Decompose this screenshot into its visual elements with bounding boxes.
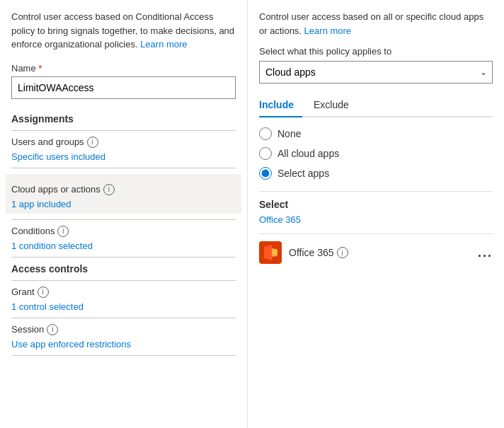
tab-exclude[interactable]: Exclude	[314, 95, 357, 117]
users-groups-subsection: Users and groups i Specific users includ…	[11, 137, 236, 162]
cloud-apps-dropdown[interactable]: Cloud apps User actions	[259, 61, 493, 83]
radio-select[interactable]	[259, 167, 272, 180]
name-field-section: Name *	[11, 63, 236, 110]
app-name-office365: Office 365 i	[289, 247, 471, 258]
dropdown-label: Select what this policy applies to	[259, 46, 493, 57]
cloud-apps-value-link[interactable]: 1 app included	[11, 199, 71, 209]
radio-group: None All cloud apps Select apps	[259, 127, 493, 180]
left-panel: Control user access based on Conditional…	[0, 0, 248, 428]
divider-access-controls	[11, 280, 236, 281]
name-input[interactable]	[11, 76, 236, 99]
tab-include[interactable]: Include	[259, 95, 302, 117]
left-intro-text: Control user access based on Conditional…	[11, 10, 236, 52]
access-controls-title: Access controls	[11, 263, 236, 274]
divider-conditions	[11, 257, 236, 258]
app-menu-button[interactable]: ...	[478, 245, 493, 260]
conditions-value-link[interactable]: 1 condition selected	[11, 241, 93, 251]
session-label: Session i	[11, 324, 236, 335]
radio-all[interactable]	[259, 147, 272, 160]
right-panel: Control user access based on all or spec…	[248, 0, 504, 428]
svg-rect-1	[272, 248, 277, 257]
app-row-office365: Office 365 i ...	[259, 233, 493, 271]
conditions-label: Conditions i	[11, 226, 236, 237]
assignments-section: Assignments	[11, 113, 236, 131]
cloud-apps-label: Cloud apps or actions i	[11, 184, 236, 195]
cloud-apps-subsection[interactable]: Cloud apps or actions i 1 app included	[6, 174, 241, 214]
app-info-icon[interactable]: i	[337, 247, 348, 258]
radio-none-label: None	[277, 128, 301, 139]
assignments-title: Assignments	[11, 113, 236, 125]
radio-select-label: Select apps	[277, 168, 329, 179]
office365-link[interactable]: Office 365	[259, 214, 493, 225]
grant-subsection: Grant i 1 control selected	[11, 287, 236, 312]
right-intro-text: Control user access based on all or spec…	[259, 10, 493, 37]
users-groups-info-icon[interactable]: i	[87, 137, 98, 148]
right-learn-more-link[interactable]: Learn more	[304, 25, 351, 36]
grant-value-link[interactable]: 1 control selected	[11, 301, 84, 312]
grant-label: Grant i	[11, 287, 236, 298]
session-info-icon[interactable]: i	[47, 324, 58, 335]
radio-none[interactable]	[259, 127, 272, 140]
divider-session	[11, 355, 236, 356]
divider-assignments	[11, 130, 236, 131]
conditions-info-icon[interactable]: i	[57, 226, 69, 237]
office365-icon	[259, 241, 282, 264]
session-value-link[interactable]: Use app enforced restrictions	[11, 339, 131, 349]
divider-cloud-apps	[11, 219, 236, 220]
radio-all-label: All cloud apps	[277, 148, 339, 159]
conditions-subsection: Conditions i 1 condition selected	[11, 226, 236, 251]
divider-grant	[11, 318, 236, 318]
radio-select-item[interactable]: Select apps	[259, 167, 493, 180]
cloud-apps-info-icon[interactable]: i	[103, 184, 115, 195]
session-subsection: Session i Use app enforced restrictions	[11, 324, 236, 349]
required-star: *	[38, 63, 42, 74]
select-heading: Select	[259, 191, 493, 210]
users-groups-value-link[interactable]: Specific users included	[11, 151, 105, 162]
radio-none-item[interactable]: None	[259, 127, 493, 140]
users-groups-label: Users and groups i	[11, 137, 236, 148]
left-learn-more-link[interactable]: Learn more	[140, 39, 187, 50]
access-controls-section: Access controls	[11, 263, 236, 281]
cloud-apps-dropdown-wrapper: Cloud apps User actions ⌄	[259, 61, 493, 83]
grant-info-icon[interactable]: i	[38, 287, 49, 298]
include-exclude-tabs: Include Exclude	[259, 95, 493, 117]
radio-all-item[interactable]: All cloud apps	[259, 147, 493, 160]
name-label: Name *	[11, 63, 236, 74]
divider-users	[11, 168, 236, 168]
